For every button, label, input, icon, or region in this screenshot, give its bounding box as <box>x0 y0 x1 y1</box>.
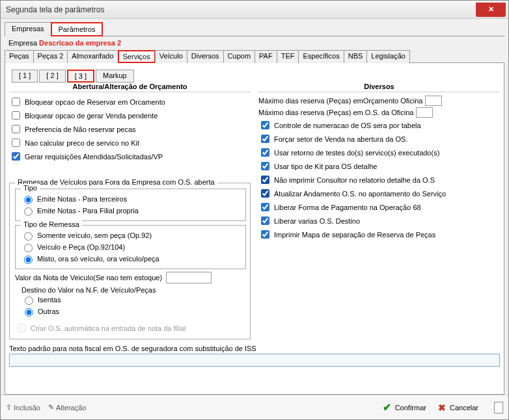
radio-tipo-terceiros-input[interactable] <box>24 196 33 204</box>
tab-parametros[interactable]: Parâmetros <box>51 22 103 36</box>
ck-liberar-fp-label: Liberar Forma de Pagamento na Operação 6… <box>274 203 421 211</box>
group-remessa: Remessa de Veículos para Fora da Empresa… <box>9 183 251 339</box>
subtab-legis[interactable]: Legislação <box>366 50 410 63</box>
ck-nao-calc-box[interactable] <box>12 138 20 147</box>
radio-dest-isentas[interactable]: Isentas <box>21 294 246 306</box>
footer-right: ✔Confirmar ✖Cancelar <box>383 401 503 413</box>
right-col: Diversos Máximo dias reserva (Peças) emO… <box>258 83 500 339</box>
ck-gerar-req-box[interactable] <box>12 152 20 161</box>
subtab-nbs[interactable]: NBS <box>344 50 368 63</box>
subtab-veiculo[interactable]: Veículo <box>155 50 187 63</box>
footer-alteracao[interactable]: ✎Alteração <box>48 403 86 412</box>
ck-usar-kit[interactable]: Usar tipo de Kit para OS detalhe <box>258 159 500 173</box>
radio-dest-outras-input[interactable] <box>25 308 33 317</box>
subtab-espec[interactable]: Específicos <box>298 50 344 63</box>
cancelar-button[interactable]: ✖Cancelar <box>438 402 478 413</box>
right-heading: Diversos <box>258 83 500 92</box>
max-orc-input[interactable] <box>425 96 442 106</box>
radio-tipo-terceiros-label: Emite Notas - Para terceiros <box>37 195 127 203</box>
l3-3[interactable]: [ 3 ] <box>67 70 94 83</box>
window-title: Segunda tela de parâmetros <box>6 5 104 14</box>
ck-criar-os-label: Criar O.S. automática na entrada de nota… <box>31 324 186 332</box>
cancelar-label: Cancelar <box>450 404 478 412</box>
ck-ctrl-num-box[interactable] <box>261 121 269 129</box>
ck-bloq-reservar-box[interactable] <box>12 98 20 106</box>
ck-bloq-venda-box[interactable] <box>12 111 20 120</box>
l3-markup[interactable]: Markup <box>96 70 134 83</box>
ck-usar-kit-box[interactable] <box>261 162 269 170</box>
subtab-tef[interactable]: TEF <box>277 50 299 63</box>
subtab-diversos[interactable]: Diversos <box>187 50 224 63</box>
ck-atualizar-label: Atualizar Andamento O.S. no apontamento … <box>274 190 446 198</box>
ck-gerar-req[interactable]: Gerar requisições Atendidas/Solicitadas/… <box>9 150 251 163</box>
radio-tr2-input[interactable] <box>24 244 33 252</box>
ck-nao-calc[interactable]: Nao calcular preco de servico no Kit <box>9 136 251 150</box>
ck-pref-nao-reservar-label: Preferencia de Não reservar pecas <box>25 125 136 133</box>
ck-gerar-req-label: Gerar requisições Atendidas/Solicitadas/… <box>25 153 163 161</box>
radio-dest-isentas-label: Isentas <box>38 296 61 304</box>
valor-nota-input[interactable] <box>166 272 212 283</box>
radio-tipo-filial-input[interactable] <box>24 207 33 216</box>
max-os-label: Máximo dias reserva (Peças) em O.S. da O… <box>258 109 413 116</box>
radio-tr2-label: Veículo e Peça (Op.92/104) <box>37 243 125 251</box>
radio-dest-outras[interactable]: Outras <box>21 306 246 317</box>
ck-usar-retorno-box[interactable] <box>261 148 269 157</box>
subtab-paf[interactable]: PAF <box>255 50 277 63</box>
footer-alteracao-label: Alteração <box>56 404 86 412</box>
ck-forcar-setor-box[interactable] <box>261 135 269 143</box>
ck-bloq-venda[interactable]: Bloquear opcao de gerar Venda pendente <box>9 109 251 122</box>
max-orc-row: Máximo dias reserva (Peças) emOrçamento … <box>258 95 500 107</box>
ck-bloq-reservar-label: Bloquear opcao de Reservar em Orcamento <box>25 98 165 106</box>
edit-icon: ✎ <box>48 403 54 412</box>
ck-nao-imprimir[interactable]: Não imprimir Consultor no relatorio deta… <box>258 173 500 187</box>
ck-liberar-fp[interactable]: Liberar Forma de Pagamento na Operação 6… <box>258 200 500 214</box>
ck-pref-nao-reservar[interactable]: Preferencia de Não reservar pecas <box>9 122 251 136</box>
confirmar-button[interactable]: ✔Confirmar <box>383 401 426 413</box>
ck-imprimir-mapa-box[interactable] <box>261 230 269 239</box>
l3-2[interactable]: [ 2 ] <box>39 70 65 83</box>
texto-padrao-input[interactable] <box>9 354 500 367</box>
ck-forcar-setor[interactable]: Forçar setor de Venda na abertura da OS. <box>258 132 500 146</box>
footer-inclusao[interactable]: ⇪Inclusão <box>6 403 40 412</box>
ck-imprimir-mapa[interactable]: Imprimir Mapa de separação de Reserva de… <box>258 228 500 241</box>
subtab-pecas[interactable]: Peças <box>5 50 34 63</box>
tab-empresas[interactable]: Empresas <box>5 22 51 36</box>
ck-nao-imprimir-box[interactable] <box>261 176 269 184</box>
radio-tr3[interactable]: Misto, ora só veículo, ora veículo/peça <box>21 253 241 265</box>
subtab-pecas2[interactable]: Peças 2 <box>33 50 68 63</box>
footer-inclusao-label: Inclusão <box>14 404 40 412</box>
radio-tr3-input[interactable] <box>24 256 33 264</box>
destino-block: Destino do Valor na N.F. de Veículo/Peça… <box>21 286 246 317</box>
ck-atualizar-box[interactable] <box>261 189 269 198</box>
radio-dest-isentas-input[interactable] <box>25 296 33 305</box>
ck-bloq-reservar[interactable]: Bloquear opcao de Reservar em Orcamento <box>9 95 251 109</box>
document-icon[interactable] <box>494 402 503 413</box>
radio-tr1[interactable]: Somente veículo, sem peça (Op.92) <box>21 230 241 241</box>
max-os-input[interactable] <box>416 107 433 118</box>
subtab-cupom[interactable]: Cupom <box>223 50 255 63</box>
ck-imprimir-mapa-label: Imprimir Mapa de separação de Reserva de… <box>274 231 435 239</box>
radio-tipo-filial[interactable]: Emite Notas - Para Filial propria <box>21 205 241 217</box>
ck-bloq-venda-label: Bloquear opcao de gerar Venda pendente <box>25 112 158 120</box>
radio-tipo-filial-label: Emite Notas - Para Filial propria <box>37 207 139 215</box>
subtab-almox[interactable]: Almoxarifado <box>67 50 118 63</box>
subtab-servicos[interactable]: Serviços <box>118 50 156 63</box>
radio-tr2[interactable]: Veículo e Peça (Op.92/104) <box>21 241 241 253</box>
ck-atualizar[interactable]: Atualizar Andamento O.S. no apontamento … <box>258 187 500 200</box>
radio-tipo-terceiros[interactable]: Emite Notas - Para terceiros <box>21 193 241 205</box>
ck-liberar-varias-box[interactable] <box>261 217 269 225</box>
ck-forcar-setor-label: Forçar setor de Venda na abertura da OS. <box>274 135 407 143</box>
ck-ctrl-num[interactable]: Controle de numeracao de OS sera por tab… <box>258 118 500 132</box>
ck-pref-nao-reservar-box[interactable] <box>12 125 20 133</box>
ck-usar-retorno[interactable]: Usar retorno de testes do(s) servico(s) … <box>258 146 500 159</box>
ck-liberar-fp-box[interactable] <box>261 203 269 211</box>
group-remessa-legend: Remessa de Veículos para Fora da Empresa… <box>15 178 217 186</box>
radio-tr1-label: Somente veículo, sem peça (Op.92) <box>37 231 152 239</box>
max-orc-label: Máximo dias reserva (Peças) emOrçamento … <box>258 97 422 105</box>
texto-padrao-label: Texto padrão para nota fiscal em O.S. de… <box>9 345 500 352</box>
ck-liberar-varias[interactable]: Liberar varias O.S. Destino <box>258 214 500 228</box>
close-button[interactable]: ✕ <box>476 3 506 17</box>
radio-tr1-input[interactable] <box>24 232 33 241</box>
destino-label: Destino do Valor na N.F. de Veículo/Peça… <box>21 286 246 294</box>
l3-1[interactable]: [ 1 ] <box>12 70 38 83</box>
